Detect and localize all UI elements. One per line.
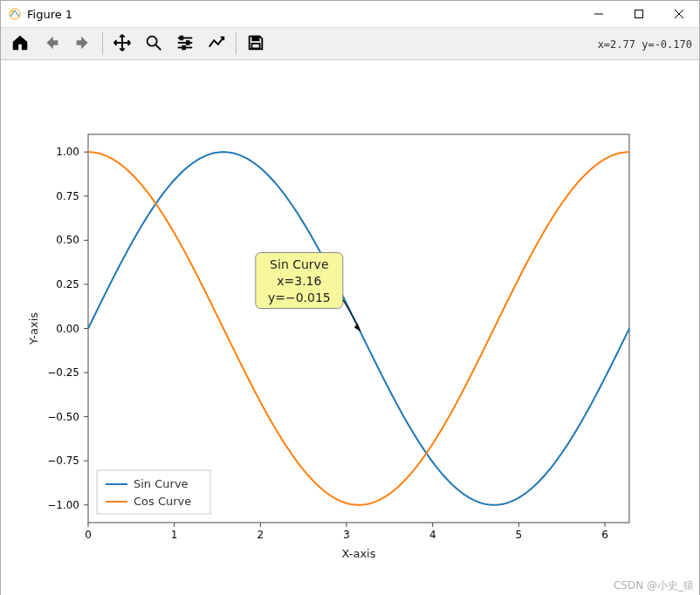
configure-subplots-button[interactable] (169, 28, 201, 59)
sliders-icon (175, 33, 195, 55)
window-title: Figure 1 (27, 8, 72, 21)
svg-line-7 (156, 44, 161, 50)
titlebar: Figure 1 (1, 1, 699, 28)
svg-text:2: 2 (257, 529, 264, 541)
save-button[interactable] (240, 28, 271, 59)
svg-point-1 (11, 10, 14, 13)
maximize-button[interactable] (619, 1, 659, 27)
search-icon (144, 33, 163, 55)
chart-line-icon (207, 33, 226, 55)
toolbar-separator (236, 32, 237, 55)
svg-rect-11 (181, 36, 183, 39)
zoom-button[interactable] (138, 28, 169, 59)
move-icon (113, 33, 132, 55)
svg-text:y=−0.015: y=−0.015 (268, 291, 331, 304)
svg-rect-14 (251, 43, 259, 47)
svg-text:3: 3 (343, 529, 350, 541)
watermark: CSDN @小史_猿 (614, 578, 694, 593)
svg-text:−0.75: −0.75 (47, 455, 79, 467)
svg-rect-15 (252, 36, 258, 40)
svg-rect-3 (635, 10, 643, 18)
app-window: Figure 1 x=2.77 y=- (0, 0, 700, 595)
save-icon (246, 33, 265, 55)
svg-text:Sin Curve: Sin Curve (270, 257, 328, 271)
svg-text:1: 1 (171, 529, 178, 541)
svg-text:−0.50: −0.50 (47, 411, 79, 423)
app-icon (8, 7, 22, 21)
svg-text:0.75: 0.75 (56, 190, 79, 202)
svg-text:5: 5 (516, 529, 523, 541)
svg-text:0.50: 0.50 (56, 234, 79, 246)
forward-button[interactable] (67, 28, 99, 59)
toolbar-separator (102, 32, 103, 55)
svg-text:1.00: 1.00 (56, 146, 79, 158)
back-button[interactable] (36, 28, 67, 59)
svg-point-6 (148, 36, 157, 45)
minimize-button[interactable] (579, 1, 619, 27)
svg-rect-13 (182, 45, 185, 49)
svg-text:−0.25: −0.25 (47, 366, 79, 379)
plot-canvas[interactable]: 0123456−1.00−0.75−0.50−0.250.000.250.500… (1, 60, 699, 595)
svg-text:Sin Curve: Sin Curve (134, 477, 189, 490)
arrow-right-icon (73, 33, 93, 55)
cursor-coordinates: x=2.77 y=-0.170 (598, 28, 692, 61)
arrow-left-icon (42, 33, 61, 55)
pan-button[interactable] (106, 28, 138, 59)
home-icon (10, 33, 30, 55)
svg-text:X-axis: X-axis (342, 547, 376, 560)
close-button[interactable] (659, 1, 699, 27)
svg-text:x=3.16: x=3.16 (277, 274, 321, 288)
svg-text:6: 6 (601, 529, 608, 541)
svg-text:Y-axis: Y-axis (27, 312, 40, 345)
svg-rect-12 (187, 41, 189, 44)
svg-text:−1.00: −1.00 (47, 499, 79, 511)
home-button[interactable] (4, 28, 36, 59)
plot-svg: 0123456−1.00−0.75−0.50−0.250.000.250.500… (1, 60, 699, 592)
svg-text:4: 4 (429, 529, 436, 541)
edit-axis-button[interactable] (201, 28, 232, 59)
svg-text:0.25: 0.25 (56, 278, 79, 291)
svg-text:0: 0 (85, 529, 92, 541)
svg-text:0.00: 0.00 (56, 323, 79, 335)
svg-text:Cos Curve: Cos Curve (134, 495, 191, 508)
toolbar: x=2.77 y=-0.170 (1, 28, 699, 60)
